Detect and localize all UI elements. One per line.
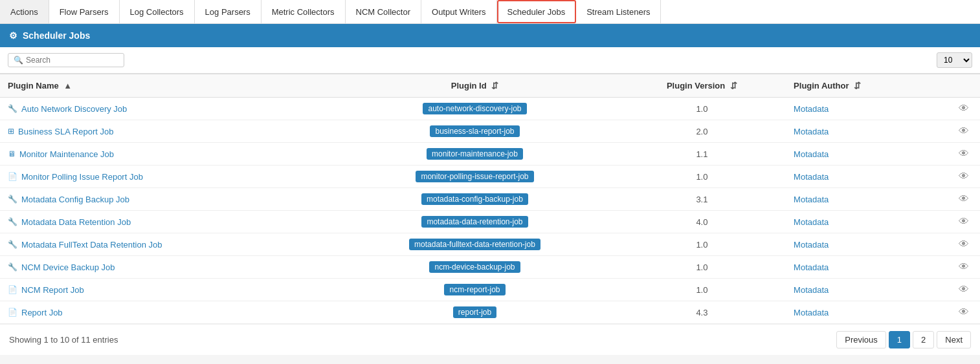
- plugin-name-cell[interactable]: 🔧Motadata Data Retention Job: [8, 217, 324, 227]
- data-table: Plugin Name ▲ Plugin Id ⇵ Plugin Version…: [0, 74, 980, 324]
- view-icon[interactable]: 👁: [959, 171, 969, 182]
- doc-icon: 📄: [8, 285, 17, 294]
- tab-log-parsers[interactable]: Log Parsers: [195, 0, 262, 23]
- tab-ncm-collector[interactable]: NCM Collector: [346, 0, 422, 23]
- table-row: 📄Report Jobreport-job4.3Motadata👁: [0, 301, 980, 324]
- grid-icon: ⊞: [8, 127, 14, 136]
- plugin-name-cell[interactable]: 🖥Monitor Maintenance Job: [8, 149, 324, 159]
- plugin-version-cell: 4.3: [618, 301, 786, 324]
- plugin-version-cell: 1.1: [618, 143, 786, 166]
- search-input[interactable]: [26, 56, 117, 65]
- plugin-author-cell: Motadata: [794, 262, 829, 272]
- plugin-name-text[interactable]: Auto Network Discovery Job: [21, 104, 127, 114]
- sort-icon-id: ⇵: [491, 81, 498, 91]
- plugin-id-badge: monitor-maintenance-job: [427, 148, 523, 160]
- plugin-name-text[interactable]: Monitor Polling Issue Report Job: [21, 172, 143, 182]
- plugin-name-text[interactable]: Monitor Maintenance Job: [19, 149, 114, 159]
- prev-button[interactable]: Previous: [836, 331, 886, 348]
- plugin-id-badge: motadata-config-backup-job: [421, 193, 528, 205]
- table-row: 🔧NCM Device Backup Jobncm-device-backup-…: [0, 256, 980, 279]
- plugin-name-text[interactable]: Report Job: [21, 308, 63, 317]
- plugin-author-cell: Motadata: [794, 217, 829, 227]
- wrench-icon: 🔧: [8, 262, 17, 272]
- plugin-author-cell: Motadata: [794, 308, 829, 317]
- plugin-name-cell[interactable]: 🔧NCM Device Backup Job: [8, 262, 324, 272]
- scheduler-icon: [9, 30, 17, 41]
- showing-text: Showing 1 to 10 of 11 entries: [9, 335, 118, 345]
- table-row: 📄NCM Report Jobncm-report-job1.0Motadata…: [0, 279, 980, 301]
- plugin-name-text[interactable]: NCM Report Job: [21, 285, 84, 295]
- col-plugin-author[interactable]: Plugin Author ⇵: [786, 74, 948, 98]
- next-button[interactable]: Next: [937, 331, 971, 348]
- per-page-dropdown[interactable]: 102550100: [937, 52, 972, 68]
- plugin-name-text[interactable]: Motadata Data Retention Job: [21, 217, 131, 227]
- col-plugin-id[interactable]: Plugin Id ⇵: [331, 74, 618, 98]
- tab-log-collectors[interactable]: Log Collectors: [120, 0, 195, 23]
- tab-stream-listeners[interactable]: Stream Listeners: [576, 0, 661, 23]
- view-icon[interactable]: 👁: [959, 125, 969, 136]
- plugin-version-cell: 4.0: [618, 211, 786, 233]
- tab-output-writers[interactable]: Output Writers: [421, 0, 497, 23]
- plugin-name-cell[interactable]: 📄NCM Report Job: [8, 285, 324, 295]
- section-header: Scheduler Jobs: [0, 24, 980, 47]
- tab-bar: ActionsFlow ParsersLog CollectorsLog Par…: [0, 0, 980, 24]
- sort-asc-icon: ▲: [63, 81, 72, 91]
- plugin-author-cell: Motadata: [794, 127, 829, 136]
- plugin-author-cell: Motadata: [794, 240, 829, 250]
- sort-icon-version: ⇵: [730, 81, 737, 91]
- plugin-author-cell: Motadata: [794, 195, 829, 204]
- plugin-name-text[interactable]: Business SLA Report Job: [18, 127, 113, 136]
- view-icon[interactable]: 👁: [959, 148, 969, 159]
- page-1-button[interactable]: 1: [889, 331, 910, 348]
- table-row: 🔧Motadata Config Backup Jobmotadata-conf…: [0, 188, 980, 211]
- view-icon[interactable]: 👁: [959, 284, 969, 295]
- plugin-id-badge: ncm-device-backup-job: [429, 261, 520, 273]
- view-icon[interactable]: 👁: [959, 103, 969, 114]
- plugin-name-cell[interactable]: 📄Monitor Polling Issue Report Job: [8, 172, 324, 182]
- plugin-author-cell: Motadata: [794, 149, 829, 159]
- plugin-name-text[interactable]: Motadata Config Backup Job: [21, 195, 129, 204]
- plugin-id-badge: ncm-report-job: [444, 284, 505, 295]
- tab-actions[interactable]: Actions: [0, 0, 49, 23]
- plugin-name-cell[interactable]: ⊞Business SLA Report Job: [8, 127, 324, 136]
- wrench-icon: 🔧: [8, 104, 17, 113]
- table-row: 🔧Motadata FullText Data Retention Jobmot…: [0, 233, 980, 256]
- plugin-id-badge: auto-network-discovery-job: [423, 103, 526, 114]
- search-box: 🔍: [8, 53, 124, 67]
- wrench-icon: 🔧: [8, 217, 17, 226]
- view-icon[interactable]: 👁: [959, 239, 969, 250]
- view-icon[interactable]: 👁: [959, 193, 969, 204]
- table-header-row: Plugin Name ▲ Plugin Id ⇵ Plugin Version…: [0, 74, 980, 98]
- page-2-button[interactable]: 2: [913, 331, 934, 348]
- plugin-name-text[interactable]: Motadata FullText Data Retention Job: [21, 240, 162, 250]
- view-icon[interactable]: 👁: [959, 306, 969, 317]
- wrench-icon: 🔧: [8, 195, 17, 204]
- plugin-version-cell: 1.0: [618, 233, 786, 256]
- plugin-version-cell: 2.0: [618, 120, 786, 143]
- plugin-name-text[interactable]: NCM Device Backup Job: [21, 262, 115, 272]
- plugin-name-cell[interactable]: 📄Report Job: [8, 308, 324, 317]
- plugin-id-badge: business-sla-report-job: [430, 125, 519, 137]
- tab-flow-parsers[interactable]: Flow Parsers: [49, 0, 120, 23]
- plugin-name-cell[interactable]: 🔧Auto Network Discovery Job: [8, 104, 324, 114]
- view-icon[interactable]: 👁: [959, 216, 969, 227]
- plugin-id-badge: report-job: [453, 306, 496, 318]
- tab-metric-collectors[interactable]: Metric Collectors: [262, 0, 346, 23]
- plugin-version-cell: 1.0: [618, 166, 786, 188]
- table-body: 🔧Auto Network Discovery Jobauto-network-…: [0, 98, 980, 324]
- plugin-name-cell[interactable]: 🔧Motadata Config Backup Job: [8, 195, 324, 204]
- tab-scheduler-jobs[interactable]: Scheduler Jobs: [497, 0, 577, 23]
- plugin-id-badge: monitor-polling-issue-report-job: [416, 171, 533, 182]
- table-container: Plugin Name ▲ Plugin Id ⇵ Plugin Version…: [0, 74, 980, 324]
- table-row: 📄Monitor Polling Issue Report Jobmonitor…: [0, 166, 980, 188]
- per-page-select: 102550100: [937, 52, 972, 68]
- col-plugin-name[interactable]: Plugin Name ▲: [0, 74, 331, 98]
- plugin-id-badge: motadata-fulltext-data-retention-job: [409, 239, 540, 250]
- plugin-version-cell: 1.0: [618, 256, 786, 279]
- plugin-name-cell[interactable]: 🔧Motadata FullText Data Retention Job: [8, 240, 324, 250]
- view-icon[interactable]: 👁: [959, 261, 969, 272]
- search-icon: 🔍: [14, 56, 23, 65]
- col-plugin-version[interactable]: Plugin Version ⇵: [618, 74, 786, 98]
- toolbar: 🔍 102550100: [0, 47, 980, 74]
- table-footer: Showing 1 to 10 of 11 entries Previous 1…: [0, 324, 980, 355]
